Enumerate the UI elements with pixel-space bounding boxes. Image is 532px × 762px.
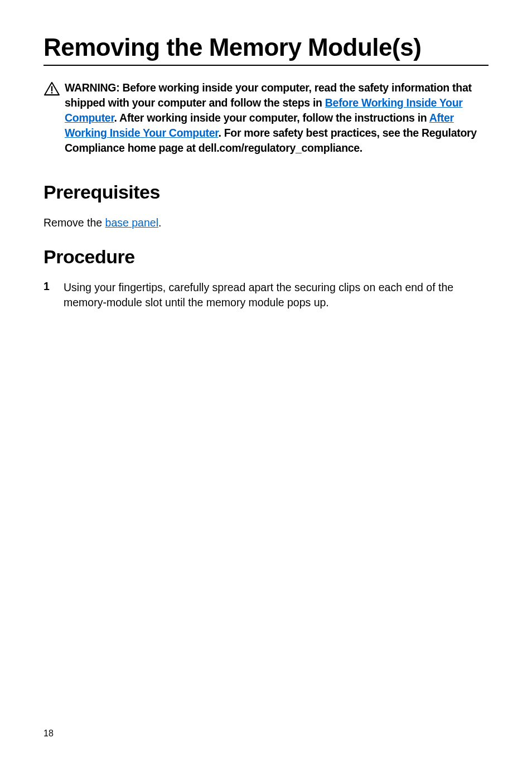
step-number: 1	[43, 280, 64, 293]
warning-mid1: . After working inside your computer, fo…	[114, 112, 429, 124]
prereq-suffix: .	[158, 216, 161, 229]
warning-block: WARNING: Before working inside your comp…	[43, 80, 489, 156]
title-divider	[43, 65, 489, 66]
page-title: Removing the Memory Module(s)	[43, 35, 489, 60]
warning-icon-wrap	[43, 80, 65, 98]
link-base-panel[interactable]: base panel	[105, 216, 158, 229]
prerequisites-text: Remove the base panel.	[43, 215, 489, 230]
warning-text: WARNING: Before working inside your comp…	[65, 80, 489, 156]
procedure-heading: Procedure	[43, 246, 489, 268]
warning-triangle-icon	[43, 81, 60, 96]
prereq-prefix: Remove the	[43, 216, 105, 229]
step-text: Using your fingertips, carefully spread …	[64, 280, 489, 311]
procedure-step: 1 Using your fingertips, carefully sprea…	[43, 280, 489, 311]
svg-point-1	[51, 92, 53, 94]
page-number: 18	[43, 729, 54, 739]
prerequisites-heading: Prerequisites	[43, 181, 489, 203]
